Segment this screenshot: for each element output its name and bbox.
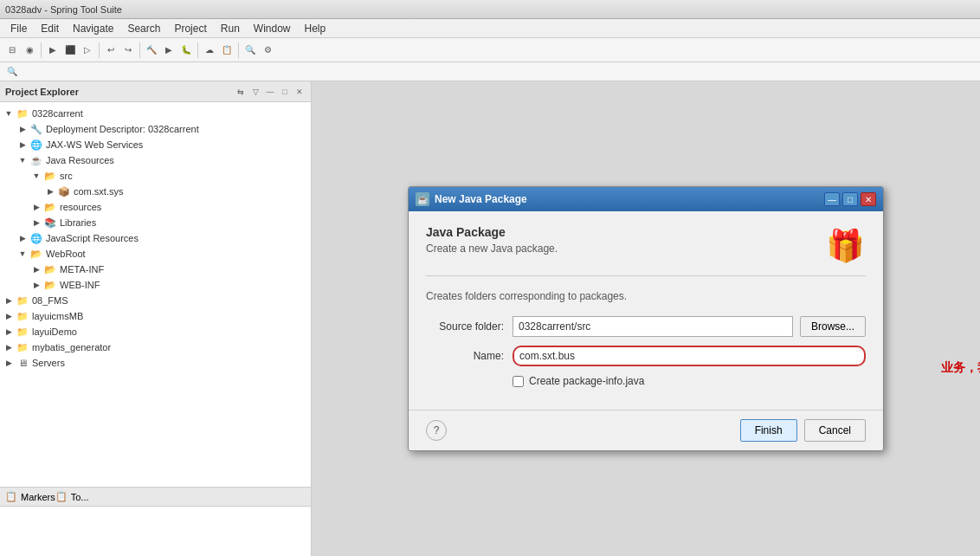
sidebar-collapse-icon[interactable]: ⇆ [235,86,247,98]
toolbar-btn-2[interactable]: ◉ [21,42,38,59]
menu-run[interactable]: Run [214,21,247,36]
08fms-icon: 📁 [16,294,29,307]
tree-item-jaxws[interactable]: ▶ 🌐 JAX-WS Web Services [0,137,311,152]
toolbar2-btn-1[interactable]: 🔍 [3,63,21,81]
tree-item-src[interactable]: ▼ 📂 src [0,168,311,184]
tree-label-web-inf: WEB-INF [60,280,100,290]
help-button[interactable]: ? [426,420,447,441]
tree-item-servers[interactable]: ▶ 🖥 Servers [0,355,311,371]
tree-label-layuidemo: layuiDemo [32,326,77,337]
toolbar-sep-4 [197,42,198,58]
tree-item-meta-inf[interactable]: ▶ 📂 META-INF [0,262,311,277]
libraries-icon: 📚 [43,216,57,230]
toolbar-btn-4[interactable]: ⬛ [61,42,79,59]
tree-item-layuidemo[interactable]: ▶ 📁 layuiDemo [0,324,311,339]
sidebar-title: Project Explorer [5,87,79,97]
toolbar-btn-9[interactable]: ▶ [160,42,177,59]
layuicmsmb-icon: 📁 [16,309,29,323]
dialog-close-btn[interactable]: ✕ [861,192,876,206]
webroot-icon: 📂 [29,247,43,261]
toolbar-btn-14[interactable]: ⚙ [259,42,276,59]
markers-tab[interactable]: 📋 Markers [5,491,55,502]
toolbar-btn-5[interactable]: ▷ [79,42,96,59]
tree-toggle-js-resources: ▶ [17,233,28,243]
finish-button[interactable]: Finish [740,419,797,442]
tree-item-js-resources[interactable]: ▶ 🌐 JavaScript Resources [0,230,311,246]
name-input[interactable] [513,346,866,366]
dialog-restore-btn[interactable]: □ [842,192,858,206]
footer-left: ? [426,420,447,441]
tree-toggle-servers: ▶ [3,358,14,368]
toolbar-sep-5 [238,42,239,58]
sidebar-header: Project Explorer ⇆ ▽ — □ ✕ [0,81,311,102]
tree-toggle-meta-inf: ▶ [31,264,42,275]
menu-navigate[interactable]: Navigate [66,21,120,36]
source-folder-row: Source folder: Browse... [426,316,866,337]
tree-item-webroot[interactable]: ▼ 📂 WebRoot [0,246,311,262]
dialog-title-text: New Java Package [435,193,527,205]
tree-toggle-layuicmsmb: ▶ [3,311,14,321]
dialog-minimize-btn[interactable]: — [824,192,840,206]
tree-item-deployment[interactable]: ▶ 🔧 Deployment Descriptor: 0328carrent [0,121,311,137]
menu-help[interactable]: Help [298,21,333,36]
tree-item-layuicmsmb[interactable]: ▶ 📁 layuicmsMB [0,308,311,324]
tree-item-java-resources[interactable]: ▼ ☕ Java Resources [0,152,311,168]
new-java-package-dialog: ☕ New Java Package — □ ✕ Java Package [408,186,884,451]
tree-item-0328carrent[interactable]: ▼ 📁 0328carrent [0,106,311,121]
project-icon: 📁 [16,107,29,120]
toolbar-btn-3[interactable]: ▶ [44,42,61,59]
to-icon: 📋 [55,491,68,502]
to-label: To... [71,492,89,502]
java-resources-icon: ☕ [29,153,43,167]
toolbar-btn-1[interactable]: ⊟ [3,42,21,59]
browse-button[interactable]: Browse... [800,316,866,337]
dialog-titlebar: ☕ New Java Package — □ ✕ [409,187,883,211]
toolbar-btn-7[interactable]: ↪ [119,42,137,59]
tree-item-mybatis-generator[interactable]: ▶ 📁 mybatis_generator [0,339,311,355]
dialog-title-icon: ☕ [416,192,429,206]
toolbar-btn-11[interactable]: ☁ [201,42,218,59]
menu-edit[interactable]: Edit [34,21,66,36]
main-area: Project Explorer ⇆ ▽ — □ ✕ ▼ 📁 0328carre… [0,81,980,556]
cancel-button[interactable]: Cancel [804,419,866,442]
sidebar-close-icon[interactable]: ✕ [293,86,306,98]
tree-label-js-resources: JavaScript Resources [46,233,139,243]
checkbox-row: Create package-info.java [513,375,866,387]
source-folder-input[interactable] [513,316,793,337]
menu-window[interactable]: Window [247,21,298,36]
dialog-title: ☕ New Java Package [416,192,527,206]
resources-icon: 📂 [43,200,57,214]
toolbar-btn-10[interactable]: 🐛 [177,42,195,59]
dialog-header-title: Java Package [426,225,558,239]
tree-item-web-inf[interactable]: ▶ 📂 WEB-INF [0,277,311,293]
sidebar-maximize-icon[interactable]: □ [279,86,291,98]
tree-toggle-java-resources: ▼ [17,155,28,165]
sidebar-menu-icon[interactable]: ▽ [249,86,261,98]
toolbar-btn-8[interactable]: 🔨 [143,42,160,59]
menu-file[interactable]: File [3,21,34,36]
tree-item-08-fms[interactable]: ▶ 📁 08_FMS [0,293,311,308]
sidebar-minimize-icon[interactable]: — [264,86,276,98]
menu-project[interactable]: Project [167,21,213,36]
menu-search[interactable]: Search [120,21,167,36]
dialog-header-subtitle: Create a new Java package. [426,242,558,255]
jaxws-icon: 🌐 [29,138,43,152]
second-toolbar: 🔍 [0,62,980,81]
tree-item-libraries[interactable]: ▶ 📚 Libraries [0,215,311,230]
toolbar-btn-6[interactable]: ↩ [102,42,119,59]
toolbar-btn-13[interactable]: 🔍 [242,42,259,59]
checkbox-label: Create package-info.java [529,375,644,387]
layuidemo-icon: 📁 [16,325,29,339]
web-inf-icon: 📂 [43,278,57,292]
toolbar-btn-12[interactable]: 📋 [218,42,235,59]
markers-label: Markers [21,492,55,502]
create-package-info-checkbox[interactable] [513,376,524,387]
tree-label-0328carrent: 0328carrent [32,108,83,119]
tree-label-src: src [60,171,73,181]
tree-toggle-0328carrent: ▼ [3,108,14,119]
dialog-controls: — □ ✕ [824,192,876,206]
tree-label-mybatis-generator: mybatis_generator [32,342,111,352]
to-tab[interactable]: 📋 To... [55,491,89,502]
tree-item-resources[interactable]: ▶ 📂 resources [0,199,311,215]
tree-item-com-sxt-sys[interactable]: ▶ 📦 com.sxt.sys [0,184,311,199]
